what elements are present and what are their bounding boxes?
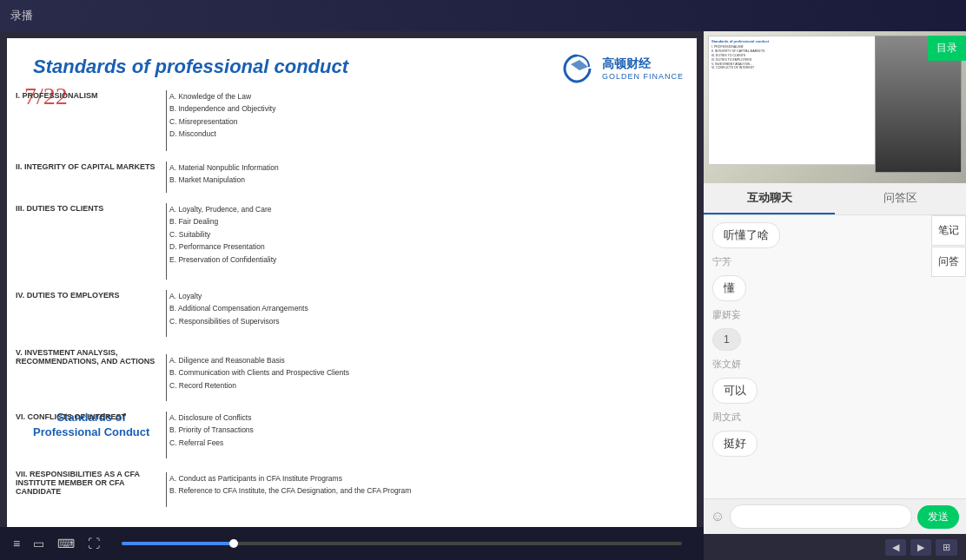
notes-button[interactable]: 笔记: [931, 215, 966, 246]
fullscreen-icon[interactable]: ⛶: [88, 537, 100, 550]
chat-bubble-1: 听懂了啥: [712, 222, 780, 248]
section-7-label: VII. RESPONSIBILITIES AS A CFA INSTITUTE…: [16, 469, 163, 496]
layout-icon[interactable]: ▭: [33, 537, 44, 550]
qa-button[interactable]: 问答: [931, 247, 966, 277]
chat-message-1: 听懂了啥: [712, 222, 957, 248]
section-3-label: III. DUTIES TO CLIENTS: [16, 203, 163, 213]
wireless-icon[interactable]: ⌨: [57, 537, 75, 550]
chat-message-2: 宁芳: [712, 255, 957, 268]
controls-bar: ≡ ▭ ⌨ ⛶: [0, 527, 704, 560]
nav-btn-2[interactable]: ▶: [910, 539, 931, 556]
chat-message-9: 挺好: [712, 431, 957, 457]
chat-username-zhangwenyan: 张文妍: [712, 358, 957, 371]
chat-input[interactable]: [730, 504, 912, 529]
section-5-items: A. Diligence and Reasonable Basis B. Com…: [169, 354, 349, 392]
nav-btn-3[interactable]: ⊞: [936, 539, 957, 556]
section-6-label: VI. CONFLICTS OF INTEREST: [16, 412, 163, 421]
logo-chinese: 高顿财经: [602, 56, 651, 72]
progress-dot: [229, 539, 238, 548]
chat-tabs: 互动聊天 问答区: [704, 183, 966, 215]
outline-section-2: II. INTEGRITY OF CAPITAL MARKETS A. Mate…: [16, 161, 575, 193]
section-1-items: A. Knowledge of the Law B. Independence …: [169, 90, 275, 141]
chat-message-3: 懂: [712, 275, 957, 301]
bottom-nav: ◀ ▶ ⊞: [704, 534, 966, 560]
slide-inner: Standards of professional conduct 7/22 S…: [7, 38, 697, 527]
chat-message-4: 廖妍妄: [712, 308, 957, 321]
top-bar: 录播: [0, 0, 966, 31]
slide-container: Standards of professional conduct 7/22 S…: [7, 38, 697, 527]
outline-section-4: IV. DUTIES TO EMPLOYERS A. Loyalty B. Ad…: [16, 290, 575, 337]
chat-message-5: 1: [712, 328, 957, 351]
outline-section-7: VII. RESPONSIBILITIES AS A CFA INSTITUTE…: [16, 469, 575, 507]
chat-message-8: 周文武: [712, 411, 957, 424]
section-4-items: A. Loyalty B. Additional Compensation Ar…: [169, 290, 308, 327]
outline-section-3: III. DUTIES TO CLIENTS A. Loyalty, Prude…: [16, 203, 575, 280]
logo-text-area: 高顿财经 GOLDEN FINANCE: [602, 56, 684, 81]
logo-english: GOLDEN FINANCE: [602, 72, 684, 81]
chat-bubble-keyi: 可以: [712, 378, 758, 404]
progress-bar[interactable]: [122, 542, 682, 545]
menu-icon[interactable]: ≡: [13, 537, 20, 550]
section-3-items: A. Loyalty, Prudence, and Care B. Fair D…: [169, 203, 276, 266]
section-1-label: I. PROFESSIONALISM: [16, 90, 163, 100]
section-2-label: II. INTEGRITY OF CAPITAL MARKETS: [16, 161, 163, 171]
camera-preview: Standards of professional conduct I. PRO…: [704, 31, 966, 183]
send-button[interactable]: 发送: [917, 505, 959, 529]
camera-inner: Standards of professional conduct I. PRO…: [704, 31, 966, 183]
chat-input-area: ☺ 发送: [704, 498, 966, 534]
emoji-icon[interactable]: ☺: [711, 509, 724, 524]
section-5-label: V. INVESTMENT ANALYSIS, RECOMMENDATIONS,…: [16, 347, 163, 366]
chat-bubble-tinghao: 挺好: [712, 431, 758, 457]
progress-fill: [122, 542, 234, 545]
chat-username-ningfang: 宁芳: [712, 255, 957, 268]
outline-section-1: I. PROFESSIONALISM A. Knowledge of the L…: [16, 90, 575, 151]
camera-slide-preview: Standards of professional conduct I. PRO…: [708, 36, 878, 165]
outline-section-5: V. INVESTMENT ANALYSIS, RECOMMENDATIONS,…: [16, 347, 575, 401]
section-7-items: A. Conduct as Participants in CFA Instit…: [169, 472, 411, 497]
outline-tree: I. PROFESSIONALISM A. Knowledge of the L…: [16, 90, 575, 517]
chat-messages[interactable]: 听懂了啥 宁芳 懂 廖妍妄 1 张文妍 可以: [704, 215, 966, 498]
top-bar-title: 录播: [10, 8, 33, 23]
tab-interactive[interactable]: 互动聊天: [704, 183, 835, 214]
chat-message-6: 张文妍: [712, 358, 957, 371]
section-4-label: IV. DUTIES TO EMPLOYERS: [16, 290, 163, 300]
golden-finance-logo-icon: [558, 51, 597, 86]
section-6-items: A. Disclosure of Conflicts B. Priority o…: [169, 412, 254, 449]
slide-area: Standards of professional conduct 7/22 S…: [0, 31, 704, 560]
chat-message-7: 可以: [712, 378, 957, 404]
main-content: Standards of professional conduct 7/22 S…: [0, 31, 966, 560]
section-2-items: A. Material Nonpublic Information B. Mar…: [169, 161, 279, 187]
logo-area: 高顿财经 GOLDEN FINANCE: [558, 51, 684, 86]
nav-btn-1[interactable]: ◀: [885, 539, 906, 556]
chat-bubble-dong: 懂: [712, 275, 746, 301]
chat-bubble-1num: 1: [712, 328, 741, 351]
catalog-button[interactable]: 目录: [928, 36, 966, 61]
chat-username-liaoyanyao: 廖妍妄: [712, 308, 957, 321]
chat-username-zhouwenwu: 周文武: [712, 411, 957, 424]
right-panel: Standards of professional conduct I. PRO…: [704, 31, 966, 560]
tab-qa[interactable]: 问答区: [835, 183, 966, 214]
outline-section-6: VI. CONFLICTS OF INTEREST A. Disclosure …: [16, 412, 575, 458]
side-actions: 笔记 问答: [931, 215, 966, 277]
